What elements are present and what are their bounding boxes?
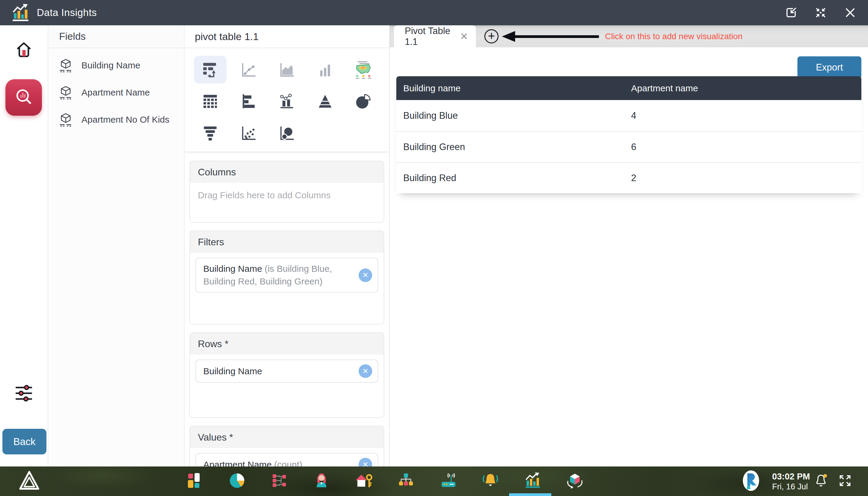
filter-chip[interactable]: Building Name (is Building Blue, Buildin… (195, 258, 378, 293)
taskbar: 03:02 PM Fri, 16 Jul (0, 466, 868, 496)
company-logo-icon[interactable] (739, 469, 762, 494)
dimension-cube-icon (59, 112, 73, 127)
taskbar-app-org-chart-icon[interactable] (398, 472, 414, 490)
taskbar-app-router-icon[interactable] (439, 472, 457, 490)
main-area: Pivot Table 1.1 ✕ + Click on this to add… (390, 25, 868, 466)
filters-section: Filters Building Name (is Building Blue,… (190, 231, 384, 325)
taskbar-app-decision-tree-icon[interactable] (271, 472, 288, 490)
visualization-content: Export Building name Apartment name Buil… (390, 47, 868, 466)
chart-type-combo-chart[interactable] (271, 88, 303, 115)
field-item-building-name[interactable]: Building Name (48, 52, 184, 79)
tab-close-icon[interactable]: ✕ (460, 31, 468, 42)
field-item-apartment-no-of-kids[interactable]: Apartment No Of Kids (48, 106, 184, 133)
export-button[interactable]: Export (797, 56, 862, 79)
chart-type-bubble-chart[interactable] (271, 119, 303, 147)
pivot-result-table: Building name Apartment name Building Bl… (396, 76, 862, 193)
chart-type-area-chart[interactable] (271, 56, 303, 83)
chart-type-picker (184, 48, 389, 152)
values-section-title: Values * (190, 427, 384, 448)
field-label: Apartment Name (81, 88, 150, 98)
chart-type-map[interactable] (347, 56, 380, 83)
left-rail: Back (0, 25, 48, 466)
home-icon[interactable] (14, 40, 33, 61)
active-app-indicator (509, 493, 551, 496)
fields-panel-title: Fields (48, 25, 184, 48)
chart-type-pie-chart[interactable] (347, 88, 380, 115)
pop-in-window-icon[interactable] (784, 6, 798, 19)
cell-count: 6 (624, 142, 862, 153)
field-item-apartment-name[interactable]: Apartment Name (48, 79, 184, 106)
columns-section: Columns Drag Fields here to add Columns (190, 160, 384, 223)
taskbar-app-user-icon[interactable] (313, 472, 330, 490)
clock-date: Fri, 16 Jul (772, 482, 810, 492)
table-header-row: Building name Apartment name (396, 76, 862, 100)
dimension-cube-icon (59, 85, 73, 100)
chart-type-bar-chart[interactable] (232, 88, 265, 115)
insight-search-button[interactable] (5, 79, 42, 116)
back-button[interactable]: Back (2, 429, 46, 454)
columns-dropzone[interactable]: Drag Fields here to add Columns (190, 183, 384, 222)
settings-sliders-icon[interactable] (14, 384, 33, 404)
app-body: Back Fields Building Name Ap (0, 25, 868, 466)
chart-type-column-chart[interactable] (309, 56, 341, 83)
clock-time: 03:02 PM (772, 471, 810, 482)
chart-type-table[interactable] (194, 88, 226, 115)
cell-building: Building Blue (396, 110, 624, 121)
table-row: Building Red 2 (396, 162, 862, 193)
tab-label: Pivot Table 1.1 (405, 26, 460, 47)
remove-filter-button[interactable]: ✕ (359, 268, 372, 282)
cell-count: 4 (624, 110, 862, 121)
taskbar-app-dashboard-icon[interactable] (186, 472, 203, 490)
rows-dropzone[interactable]: Building Name ✕ (190, 359, 384, 417)
chart-type-pivot-table[interactable] (194, 56, 226, 83)
chart-type-funnel-chart[interactable] (194, 119, 226, 147)
taskbar-app-pie-chart-icon[interactable] (229, 472, 245, 490)
annotation-text: Click on this to add new visualization (605, 25, 743, 47)
cell-building: Building Red (396, 173, 624, 184)
table-row: Building Blue 4 (396, 100, 862, 131)
titlebar: Data Insights (0, 0, 868, 25)
compress-icon[interactable] (814, 6, 827, 19)
taskbar-app-notifications-icon[interactable] (482, 472, 499, 490)
visualization-name-input[interactable]: pivot table 1.1 (184, 25, 389, 48)
tab-pivot-table-1-1[interactable]: Pivot Table 1.1 ✕ (394, 25, 476, 47)
field-label: Building Name (81, 60, 140, 71)
empty-cell (347, 119, 380, 147)
columns-drop-placeholder: Drag Fields here to add Columns (190, 183, 384, 207)
fullscreen-icon[interactable] (837, 473, 853, 490)
filters-dropzone[interactable]: Building Name (is Building Blue, Buildin… (190, 258, 384, 324)
table-row: Building Green 6 (396, 131, 862, 162)
columns-section-title: Columns (190, 161, 384, 183)
taskbar-app-data-insights-icon[interactable] (524, 471, 542, 491)
dimension-cube-icon (59, 58, 73, 73)
os-logo-icon[interactable] (18, 470, 41, 492)
fields-panel: Fields Building Name Apartment Name (48, 25, 184, 466)
annotation-arrow (501, 30, 601, 43)
cell-count: 2 (624, 173, 862, 184)
cell-building: Building Green (396, 142, 624, 153)
row-chip-field: Building Name (203, 366, 262, 376)
chart-type-line-chart[interactable] (232, 56, 265, 83)
close-icon[interactable] (843, 6, 857, 19)
taskbar-clock: 03:02 PM Fri, 16 Jul (772, 471, 810, 492)
table-header-apartment-name: Apartment name (624, 83, 862, 93)
remove-row-button[interactable]: ✕ (359, 364, 372, 378)
row-chip[interactable]: Building Name ✕ (195, 359, 378, 383)
add-visualization-button[interactable]: + (484, 29, 498, 43)
field-label: Apartment No Of Kids (81, 114, 169, 125)
taskbar-app-home-key-icon[interactable] (355, 472, 373, 490)
taskbar-app-cube-3d-icon[interactable] (566, 472, 584, 491)
table-header-building-name: Building name (396, 83, 624, 93)
chart-type-pyramid-chart[interactable] (309, 88, 341, 115)
rows-section: Rows * Building Name ✕ (190, 332, 384, 418)
status-bell-icon[interactable] (812, 472, 829, 490)
visualization-tabbar: Pivot Table 1.1 ✕ + Click on this to add… (390, 25, 868, 47)
field-list: Building Name Apartment Name Apartment N… (48, 48, 184, 133)
rows-section-title: Rows * (190, 333, 384, 355)
app-logo-icon (11, 3, 30, 22)
data-insights-app: Data Insights (0, 0, 868, 496)
visualization-builder-panel: pivot table 1.1 (184, 25, 390, 466)
filters-section-title: Filters (190, 231, 384, 253)
chart-type-scatter-plot[interactable] (232, 119, 265, 147)
app-title: Data Insights (37, 7, 97, 18)
